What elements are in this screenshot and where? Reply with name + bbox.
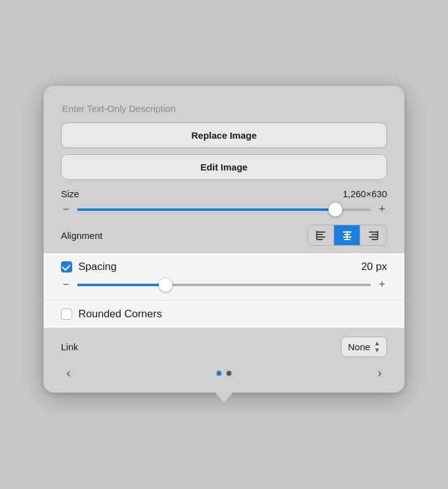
size-slider-track[interactable] bbox=[77, 208, 371, 211]
edit-image-button[interactable]: Edit Image bbox=[61, 154, 387, 180]
svg-rect-9 bbox=[347, 231, 348, 240]
popover: Enter Text-Only Description Replace Imag… bbox=[44, 86, 404, 393]
spacing-checkbox[interactable] bbox=[61, 261, 72, 272]
size-minus-icon: − bbox=[61, 203, 71, 216]
nav-prev-button[interactable]: ‹ bbox=[61, 366, 76, 380]
link-label: Link bbox=[61, 342, 78, 352]
rounded-row: Rounded Corners bbox=[61, 308, 387, 320]
spacing-section: Spacing 20 px − + bbox=[44, 253, 404, 300]
link-dropdown-value: None bbox=[348, 342, 370, 352]
description-label: Enter Text-Only Description bbox=[61, 103, 387, 114]
link-row: Link None ▲ ▼ bbox=[61, 337, 387, 357]
spacing-slider-thumb[interactable] bbox=[159, 278, 172, 292]
spacing-label: Spacing bbox=[78, 261, 116, 273]
spacing-slider-row: − + bbox=[61, 278, 387, 300]
alignment-row: Alignment bbox=[61, 225, 387, 246]
pagination-dots bbox=[217, 371, 231, 376]
rounded-label: Rounded Corners bbox=[78, 308, 162, 320]
link-dropdown[interactable]: None ▲ ▼ bbox=[341, 337, 387, 357]
size-slider-thumb[interactable] bbox=[329, 203, 342, 217]
svg-rect-13 bbox=[371, 239, 378, 240]
link-section: Link None ▲ ▼ ‹ › bbox=[61, 328, 387, 380]
size-plus-icon: + bbox=[377, 203, 387, 216]
pagination-row: ‹ › bbox=[61, 366, 387, 380]
dot-2 bbox=[226, 371, 231, 376]
spacing-row: Spacing 20 px bbox=[61, 261, 387, 273]
nav-next-button[interactable]: › bbox=[372, 366, 387, 380]
size-slider-fill bbox=[77, 208, 335, 211]
spacing-slider-fill bbox=[77, 284, 166, 286]
spacing-minus-icon: − bbox=[61, 278, 71, 291]
size-value: 1,260×630 bbox=[343, 189, 387, 199]
popover-arrow bbox=[215, 392, 233, 403]
alignment-buttons bbox=[307, 225, 387, 246]
rounded-checkbox[interactable] bbox=[61, 309, 72, 320]
svg-rect-0 bbox=[317, 231, 325, 233]
replace-image-button[interactable]: Replace Image bbox=[61, 123, 387, 148]
size-row: Size 1,260×630 bbox=[61, 189, 387, 199]
popover-wrapper: Enter Text-Only Description Replace Imag… bbox=[44, 86, 404, 403]
svg-rect-1 bbox=[317, 234, 323, 235]
align-center-button[interactable] bbox=[334, 225, 360, 245]
spacing-value: 20 px bbox=[361, 261, 387, 273]
spacing-left: Spacing bbox=[61, 261, 116, 273]
svg-rect-14 bbox=[377, 231, 378, 240]
link-dropdown-arrows-icon: ▲ ▼ bbox=[374, 340, 380, 353]
size-slider-row: − + bbox=[61, 203, 387, 216]
rounded-corners-section: Rounded Corners bbox=[44, 300, 404, 328]
svg-rect-4 bbox=[316, 231, 317, 240]
dot-1 bbox=[217, 371, 222, 376]
svg-rect-12 bbox=[369, 236, 378, 238]
svg-rect-2 bbox=[317, 236, 325, 238]
spacing-plus-icon: + bbox=[377, 278, 387, 291]
size-label: Size bbox=[61, 189, 79, 199]
svg-rect-10 bbox=[369, 231, 378, 233]
align-left-button[interactable] bbox=[308, 225, 334, 245]
alignment-label: Alignment bbox=[61, 230, 103, 241]
svg-rect-3 bbox=[317, 239, 323, 240]
svg-rect-11 bbox=[371, 234, 378, 235]
spacing-slider-track[interactable] bbox=[77, 284, 371, 286]
align-right-button[interactable] bbox=[360, 225, 386, 245]
